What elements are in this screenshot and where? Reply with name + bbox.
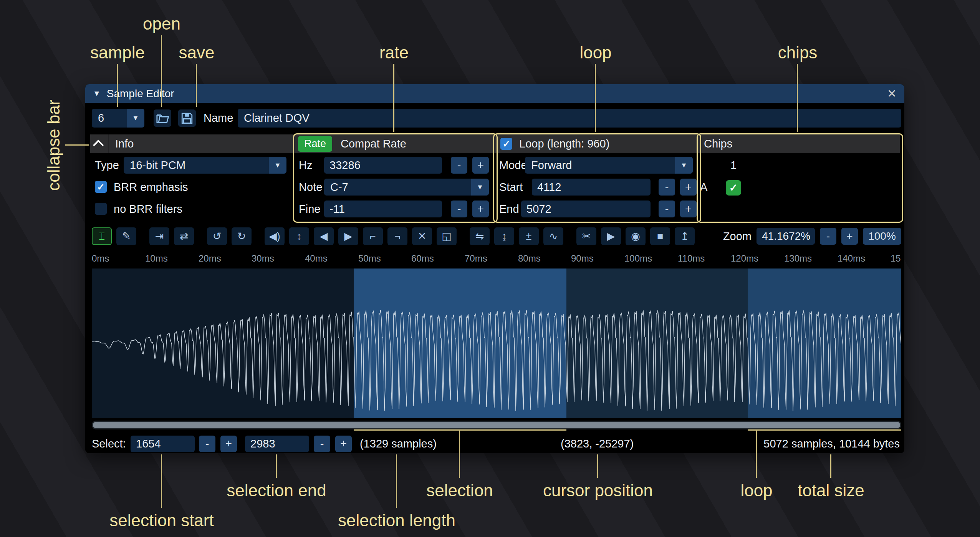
loop-enable-checkbox[interactable]: ✓ xyxy=(500,138,512,150)
type-dropdown[interactable]: 16-bit PCM ▼ xyxy=(124,157,286,174)
annotation-line-selection-length xyxy=(396,454,397,508)
save-sample-button[interactable] xyxy=(178,109,196,127)
hz-minus-button[interactable]: - xyxy=(451,157,467,174)
loop-start-input[interactable]: 4112 xyxy=(532,179,651,196)
preview-icon[interactable]: ▶ xyxy=(601,227,621,245)
ruler-tick: 40ms xyxy=(305,253,328,264)
annotation-line-selection-start xyxy=(161,454,162,508)
chevron-down-icon[interactable]: ▼ xyxy=(127,109,144,128)
selection-end-plus-button[interactable]: + xyxy=(335,436,352,452)
play-cursor-icon[interactable]: ◉ xyxy=(626,227,646,245)
edit-mode-icon[interactable]: ⌶ xyxy=(92,227,112,245)
apply-silence-icon[interactable]: ¬ xyxy=(387,227,407,245)
filter-icon[interactable]: ∿ xyxy=(543,227,563,245)
annotation-line-open xyxy=(161,35,162,107)
brr-emphasis-label[interactable]: BRR emphasis xyxy=(114,179,188,196)
sign-icon[interactable]: ± xyxy=(519,227,539,245)
zoom-out-button[interactable]: - xyxy=(820,228,836,245)
selection-end-minus-button[interactable]: - xyxy=(314,436,330,452)
annotation-line-loop-bottom xyxy=(756,429,757,478)
reverse-icon[interactable]: ⇋ xyxy=(470,227,490,245)
delete-icon[interactable]: ✕ xyxy=(412,227,432,245)
fade-in-icon[interactable]: ◀ xyxy=(314,227,334,245)
hz-plus-button[interactable]: + xyxy=(472,157,489,174)
chevron-down-icon[interactable]: ▼ xyxy=(675,157,693,174)
loop-end-input[interactable]: 5072 xyxy=(521,201,651,217)
trim-icon[interactable]: ◱ xyxy=(437,227,457,245)
waveform-view[interactable] xyxy=(92,268,901,418)
chips-panel-header: Chips xyxy=(698,134,900,153)
fine-label: Fine xyxy=(299,201,320,217)
loop-mode-dropdown[interactable]: Forward ▼ xyxy=(525,157,693,174)
undo-icon[interactable]: ↺ xyxy=(207,227,227,245)
chip-enabled-checkbox[interactable]: ✓ xyxy=(726,180,741,196)
chevron-down-icon[interactable]: ▼ xyxy=(269,157,286,174)
no-brr-filters-label[interactable]: no BRR filters xyxy=(114,201,182,217)
zoom-in-button[interactable]: + xyxy=(841,228,858,245)
rate-badge[interactable]: Rate xyxy=(298,136,332,152)
collapse-info-button[interactable] xyxy=(90,134,109,153)
annotation-collapse-bar: collapse bar xyxy=(44,99,63,191)
brr-emphasis-checkbox[interactable]: ✓ xyxy=(95,181,107,193)
zoom-input[interactable]: 41.1672% xyxy=(757,228,815,245)
open-sample-button[interactable] xyxy=(154,109,171,127)
sample-name-input[interactable]: Clarinet DQV xyxy=(238,109,901,128)
time-ruler[interactable]: 0ms 10ms 20ms 30ms 40ms 50ms 60ms 70ms 8… xyxy=(92,251,901,266)
ruler-tick: 130ms xyxy=(784,253,812,264)
resample-icon[interactable]: ⇄ xyxy=(174,227,194,245)
zoom-reset-button[interactable]: 100% xyxy=(863,228,901,245)
check-icon: ✓ xyxy=(729,182,738,194)
check-icon: ✓ xyxy=(97,182,104,192)
annotation-selection-length: selection length xyxy=(338,511,455,530)
hz-input[interactable]: 33286 xyxy=(324,157,442,174)
loop-start-plus-button[interactable]: + xyxy=(680,179,697,196)
resize-icon[interactable]: ⇥ xyxy=(149,227,169,245)
zoom-label: Zoom xyxy=(723,230,752,243)
annotation-line-sample xyxy=(117,64,118,107)
crossfade-icon[interactable]: ✂ xyxy=(576,227,596,245)
stop-icon[interactable]: ■ xyxy=(650,227,670,245)
annotation-line-total-size xyxy=(830,454,831,478)
selection-start-minus-button[interactable]: - xyxy=(199,436,215,452)
annotation-rate: rate xyxy=(379,43,409,62)
annotation-chips: chips xyxy=(778,43,818,62)
waveform-scrollbar[interactable] xyxy=(92,421,901,429)
loop-start-minus-button[interactable]: - xyxy=(659,179,675,196)
waveform-plot xyxy=(92,268,901,418)
fine-plus-button[interactable]: + xyxy=(472,201,489,217)
redo-icon[interactable]: ↻ xyxy=(232,227,252,245)
normalize-icon[interactable]: ↕ xyxy=(289,227,309,245)
loop-end-plus-button[interactable]: + xyxy=(680,201,697,217)
selection-start-input[interactable]: 1654 xyxy=(131,436,195,452)
draw-mode-icon[interactable]: ✎ xyxy=(116,227,136,245)
invert-icon[interactable]: ↨ xyxy=(494,227,514,245)
annotation-selection-start: selection start xyxy=(109,511,214,530)
fade-out-icon[interactable]: ▶ xyxy=(338,227,358,245)
fine-minus-button[interactable]: - xyxy=(451,201,467,217)
fine-input[interactable]: -11 xyxy=(324,201,442,217)
ruler-tick: 30ms xyxy=(252,253,274,264)
chevron-down-icon[interactable]: ▼ xyxy=(471,179,489,196)
floppy-save-icon xyxy=(180,112,194,125)
compat-rate-label[interactable]: Compat Rate xyxy=(341,138,406,150)
note-dropdown[interactable]: C-7 ▼ xyxy=(324,179,489,196)
name-label: Name xyxy=(204,109,233,128)
sample-number-dropdown[interactable]: 6 ▼ xyxy=(92,109,144,128)
loop-panel-header: ✓ Loop (length: 960) xyxy=(494,134,698,153)
no-brr-filters-checkbox[interactable] xyxy=(95,203,107,215)
selection-start-plus-button[interactable]: + xyxy=(220,436,237,452)
note-value: C-7 xyxy=(324,181,348,194)
ruler-tick: 60ms xyxy=(411,253,434,264)
select-label: Select: xyxy=(92,434,126,453)
collapse-window-icon[interactable]: ▼ xyxy=(93,89,101,98)
titlebar[interactable]: ▼ Sample Editor ✕ xyxy=(85,84,904,103)
annotation-cursor-position: cursor position xyxy=(543,481,653,500)
selection-end-input[interactable]: 2983 xyxy=(245,436,309,452)
ruler-tick: 150ms xyxy=(891,253,901,264)
import-icon[interactable]: ↥ xyxy=(675,227,695,245)
insert-silence-icon[interactable]: ⌐ xyxy=(363,227,383,245)
close-icon[interactable]: ✕ xyxy=(887,87,897,100)
loop-end-minus-button[interactable]: - xyxy=(659,201,675,217)
scrollbar-thumb[interactable] xyxy=(93,422,900,428)
amplify-icon[interactable]: ◀) xyxy=(265,227,285,245)
